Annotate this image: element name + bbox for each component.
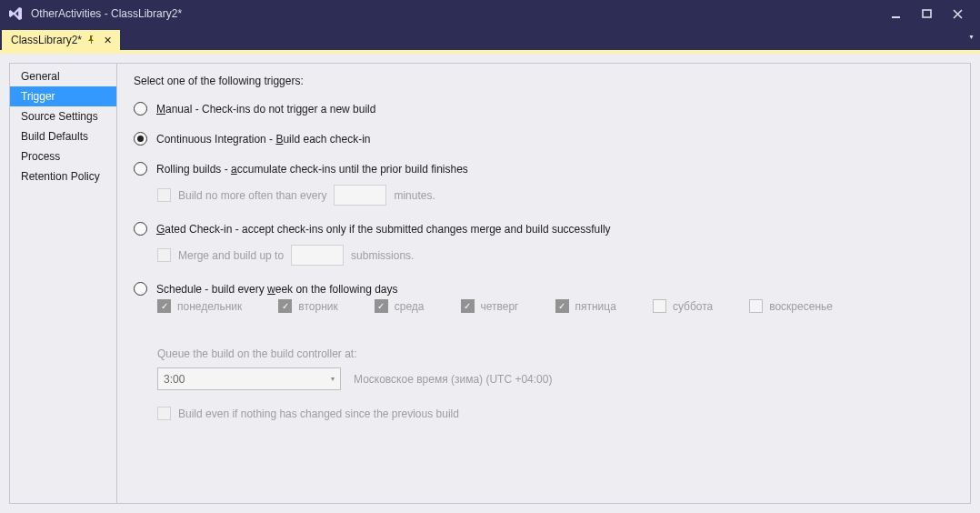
chevron-down-icon: ▾ [331,375,335,383]
option-rolling[interactable]: Rolling builds - accumulate check-ins un… [134,162,952,176]
gated-sub-after: submissions. [351,249,414,262]
chk-day-mon [157,299,171,313]
chk-day-sun [749,299,763,313]
trigger-settings: Select one of the following triggers: Ma… [117,64,970,503]
queue-label: Queue the build on the build controller … [157,347,952,360]
gated-sub-pre: Merge and build up to [178,249,284,262]
content-area: General Trigger Source Settings Build De… [0,54,980,513]
svg-rect-0 [892,16,900,18]
rolling-subrow: Build no more often than every minutes. [157,185,952,206]
build-definition-panel: General Trigger Source Settings Build De… [9,63,971,504]
rolling-sub-after: minutes. [394,189,435,202]
tab-overflow-icon[interactable]: ▼ [968,34,975,40]
queue-timezone: Московское время (зима) (UTC +04:00) [354,373,552,386]
queue-row: 3:00 ▾ Московское время (зима) (UTC +04:… [157,367,952,390]
chk-day-fri [555,299,569,313]
chk-day-wed [375,299,388,313]
sidebar-item-trigger[interactable]: Trigger [10,86,116,106]
minimize-button[interactable] [880,4,911,24]
sidebar-item-process[interactable]: Process [10,146,116,166]
document-tab[interactable]: ClassLibrary2* ✕ [2,30,120,50]
day-sat: суббота [653,299,713,313]
close-button[interactable] [942,4,973,24]
category-sidebar: General Trigger Source Settings Build De… [10,64,117,503]
option-gated[interactable]: Gated Check-in - accept check-ins only i… [134,222,952,236]
day-tue: вторник [278,299,337,313]
build-even-label: Build even if nothing has changed since … [178,407,459,420]
chk-rolling-frequency [157,188,171,202]
titlebar: OtherActivities - ClassLibrary2* [0,0,980,27]
label-schedule: Schedule - build every week on the follo… [156,283,398,296]
input-gated-submissions [291,245,344,266]
label-rolling: Rolling builds - accumulate check-ins un… [156,163,468,176]
queue-time-value: 3:00 [164,373,185,386]
chk-gated-merge-limit [157,248,171,262]
window-title: OtherActivities - ClassLibrary2* [31,7,182,20]
label-manual: Manual - Check-ins do not trigger a new … [156,103,375,116]
svg-rect-1 [923,10,931,17]
chk-day-sat [653,299,666,313]
queue-time-dropdown: 3:00 ▾ [157,367,341,390]
build-even-row: Build even if nothing has changed since … [157,407,952,420]
sidebar-item-build-defaults[interactable]: Build Defaults [10,126,116,146]
radio-schedule[interactable] [134,282,147,296]
maximize-button[interactable] [911,4,942,24]
day-mon: понедельник [157,299,242,313]
chk-day-thu [461,299,475,313]
radio-gated[interactable] [134,222,147,236]
day-thu: четверг [461,299,519,313]
pin-icon[interactable] [87,35,95,45]
sidebar-item-source-settings[interactable]: Source Settings [10,106,116,126]
vs-logo-icon [7,5,24,22]
label-gated: Gated Check-in - accept check-ins only i… [156,223,611,236]
close-tab-icon[interactable]: ✕ [101,35,115,46]
document-tab-strip: ClassLibrary2* ✕ ▼ [0,27,980,50]
day-fri: пятница [555,299,616,313]
radio-manual[interactable] [134,102,147,116]
option-continuous-integration[interactable]: Continuous Integration - Build each chec… [134,132,952,146]
rolling-sub-pre: Build no more often than every [178,189,326,202]
sidebar-item-retention-policy[interactable]: Retention Policy [10,166,116,186]
schedule-days: понедельник вторник среда четверг пятниц… [157,299,952,313]
document-tab-label: ClassLibrary2* [11,34,82,46]
radio-rolling[interactable] [134,162,147,176]
gated-subrow: Merge and build up to submissions. [157,245,952,266]
day-wed: среда [375,299,425,313]
option-schedule[interactable]: Schedule - build every week on the follo… [134,282,952,296]
page-heading: Select one of the following triggers: [134,75,952,87]
label-continuous-integration: Continuous Integration - Build each chec… [156,133,371,146]
chk-day-tue [278,299,292,313]
chk-build-even [157,407,171,420]
radio-continuous-integration[interactable] [134,132,147,146]
sidebar-item-general[interactable]: General [10,66,116,86]
option-manual[interactable]: Manual - Check-ins do not trigger a new … [134,102,952,116]
day-sun: воскресенье [749,299,833,313]
input-rolling-minutes [334,185,386,206]
